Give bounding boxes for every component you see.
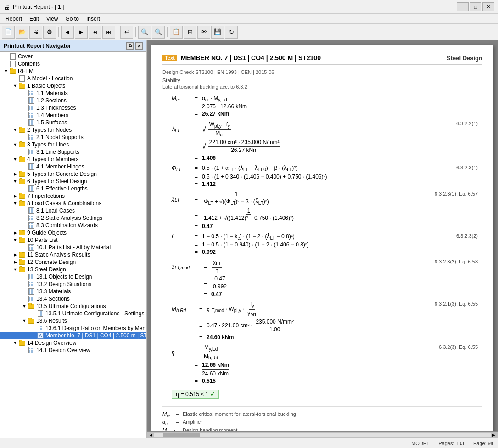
tree-item-5concrete[interactable]: ▶ 5 Types for Concrete Design	[0, 170, 146, 178]
tree-item-14.1[interactable]: 14.1 Design Overview	[0, 347, 146, 354]
formula-mb-rd: 6.3.2.1(3), Eq. 6.55 Mb,Rd = χLT,mod · W…	[162, 301, 482, 341]
tree-item-contents[interactable]: Contents	[0, 60, 146, 67]
chi-rhs2: 1 1.412 + √((1.412)² − 0.750 · (1.406)²)	[203, 207, 295, 222]
menu-view[interactable]: View	[43, 15, 62, 23]
tree-item-13.6[interactable]: ▼ 13.6 Results	[0, 317, 146, 325]
mcr-eq1: =	[195, 95, 202, 101]
f-rhs2: 1 − 0.5 · (1 − 0.940) · (1 − 2 · (1.406 …	[202, 241, 309, 248]
scrollbar-thumb[interactable]	[163, 433, 200, 437]
tree-item-7imperfections[interactable]: ▶ 7 Imperfections	[0, 192, 146, 200]
design-type: Steel Design	[447, 55, 482, 62]
toolbar-settings[interactable]: ⚙	[43, 26, 56, 39]
tree-item-13.2[interactable]: 13.2 Design Situations	[0, 280, 146, 288]
tree-item-4.1[interactable]: 4.1 Member Hinges	[0, 163, 146, 170]
tree-item-13.3[interactable]: 13.3 Materials	[0, 288, 146, 295]
check-result-value: = 0.515 ≤ 1	[181, 391, 208, 398]
tree-item-13.5[interactable]: ▼ 13.5 Ultimate Configurations	[0, 302, 146, 310]
toolbar-last[interactable]: ⏭	[102, 26, 115, 39]
tree-item-13.6.1[interactable]: 13.6.1 Design Ratio on Members by Member	[0, 325, 146, 332]
mcr-eq3: =	[195, 111, 202, 117]
page-container[interactable]: Text MEMBER NO. 7 | DS1 | CO4 | 2.500 M …	[147, 40, 498, 431]
tree-label-1.4: 1.4 Members	[36, 112, 68, 118]
toolbar-open[interactable]: 📂	[16, 26, 28, 39]
page: Text MEMBER NO. 7 | DS1 | CO4 | 2.500 M …	[151, 45, 493, 431]
tree-item-1.5[interactable]: 1.5 Surfaces	[0, 119, 146, 126]
llt-lhs: λ̄LT	[172, 126, 195, 133]
tree-item-11static[interactable]: ▶ 11 Static Analysis Results	[0, 251, 146, 258]
scroll-right-arrow[interactable]: ►	[492, 432, 496, 437]
tree-item-13.4[interactable]: 13.4 Sections	[0, 295, 146, 302]
scroll-left-arrow[interactable]: ◄	[149, 432, 153, 437]
close-button[interactable]: ✕	[482, 2, 494, 11]
10.1-icon	[28, 244, 35, 251]
tree-item-13.1[interactable]: 13.1 Objects to Design	[0, 273, 146, 280]
tree-item-8load[interactable]: ▼ 8 Load Cases & Combinations	[0, 200, 146, 207]
tree-item-1basic[interactable]: ▼ 1 Basic Objects	[0, 82, 146, 90]
design-check-line: Design Check ST2100 | EN 1993 | CEN | 20…	[162, 69, 482, 75]
tree-label-3.1: 3.1 Line Supports	[36, 149, 79, 155]
minimize-button[interactable]: ─	[457, 2, 469, 11]
tree-item-rfem[interactable]: ▼ RFEM	[0, 67, 146, 75]
tree-item-1.4[interactable]: 1.4 Members	[0, 112, 146, 119]
tree-item-1.1[interactable]: 1.1 Materials	[0, 90, 146, 97]
f-rhs1: 1 − 0.5 · (1 − kc) · (1 − 2 · (λ̄LT − 0.…	[202, 233, 295, 241]
scrollbar-track[interactable]	[154, 433, 491, 437]
tree-label-10.1: 10.1 Parts List - All by Material	[36, 244, 111, 251]
tree-item-amodel[interactable]: A Model - Location	[0, 75, 146, 82]
tree-item-2.1[interactable]: 2.1 Nodal Supports	[0, 134, 146, 141]
tree-item-3lines[interactable]: ▼ 3 Types for Lines	[0, 141, 146, 148]
menu-insert[interactable]: Insert	[83, 15, 104, 23]
navigator-restore-btn[interactable]: ⧉	[126, 42, 134, 50]
menu-goto[interactable]: Go to	[62, 15, 83, 23]
tree-item-10parts[interactable]: ▼ 10 Parts List	[0, 236, 146, 244]
tree-label-1.2: 1.2 Sections	[36, 97, 67, 104]
toolbar-eye[interactable]: 👁	[197, 26, 210, 39]
maximize-button[interactable]: □	[470, 2, 481, 11]
tree-item-4members[interactable]: ▼ 4 Types for Members	[0, 156, 146, 163]
menu-report[interactable]: Report	[2, 15, 26, 23]
tree-item-10.1[interactable]: 10.1 Parts List - All by Material	[0, 244, 146, 251]
formula-f: 6.3.2.3(2) f = 1 − 0.5 · (1 − kc) · (1 −…	[162, 233, 482, 255]
toolbar-prev[interactable]: ◀	[61, 26, 74, 39]
toolbar-back[interactable]: ↩	[120, 26, 133, 39]
tree-label-14.1: 14.1 Design Overview	[36, 347, 90, 353]
toolbar-page[interactable]: 📋	[170, 26, 183, 39]
main-area: Printout Report Navigator ⧉ ✕ Cover Cont…	[0, 40, 498, 438]
tree-item-1.3[interactable]: 1.3 Thicknesses	[0, 104, 146, 112]
menu-edit[interactable]: Edit	[26, 15, 43, 23]
tree-label-4.1: 4.1 Member Hinges	[36, 163, 84, 170]
f-eq3: =	[195, 249, 202, 255]
toolbar-new[interactable]: 📄	[2, 26, 15, 39]
8.3-icon	[28, 222, 35, 229]
toolbar-export[interactable]: 💾	[211, 26, 224, 39]
tree-item-8.3[interactable]: 8.3 Combination Wizards	[0, 222, 146, 229]
tree-item-member7[interactable]: A Member No. 7 | DS1 | CO4 | 2.500 m | S…	[0, 332, 146, 339]
tree-item-cover[interactable]: Cover	[0, 53, 146, 60]
tree-item-6.1[interactable]: 6.1 Effective Lengths	[0, 185, 146, 192]
mbrd-rhs1: χLT,mod · Wpl,y · fyγM1	[207, 301, 258, 318]
tree-item-6steel[interactable]: ▼ 6 Types for Steel Design	[0, 178, 146, 185]
tree-item-13.5.1[interactable]: 13.5.1 Ultimate Configurations - Setting…	[0, 310, 146, 317]
tree-item-12concrete[interactable]: ▶ 12 Concrete Design	[0, 258, 146, 266]
tree-item-1.2[interactable]: 1.2 Sections	[0, 97, 146, 104]
toolbar-zoom-in[interactable]: 🔍	[152, 26, 165, 39]
tree-item-8.2[interactable]: 8.2 Static Analysis Settings	[0, 214, 146, 222]
toolbar-zoom-out[interactable]: 🔍	[138, 26, 151, 39]
tree-label-7: 7 Imperfections	[27, 193, 65, 199]
toolbar-break[interactable]: ⊟	[184, 26, 196, 39]
navigator-close-btn[interactable]: ✕	[135, 42, 143, 50]
toolbar-refresh[interactable]: ↻	[225, 26, 238, 39]
tree-item-13steel[interactable]: ▼ 13 Steel Design	[0, 266, 146, 273]
toolbar-first[interactable]: ⏮	[89, 26, 101, 39]
toolbar-next[interactable]: ▶	[75, 26, 88, 39]
toolbar-print[interactable]: 🖨	[29, 26, 42, 39]
tree-item-2nodes[interactable]: ▼ 2 Types for Nodes	[0, 126, 146, 134]
mcr-rhs2: 2.075 · 12.66 kNm	[202, 103, 247, 110]
tree-item-9guide[interactable]: ▶ 9 Guide Objects	[0, 229, 146, 236]
navigator-controls: ⧉ ✕	[126, 42, 143, 50]
tree-item-8.1[interactable]: 8.1 Load Cases	[0, 207, 146, 214]
tree-item-14design[interactable]: ▼ 14 Design Overview	[0, 339, 146, 347]
tree-item-3.1[interactable]: 3.1 Line Supports	[0, 148, 146, 156]
h-scrollbar[interactable]: ◄ ►	[147, 431, 498, 438]
navigator-tree[interactable]: Cover Contents ▼ RFEM A Model - Location	[0, 52, 146, 438]
